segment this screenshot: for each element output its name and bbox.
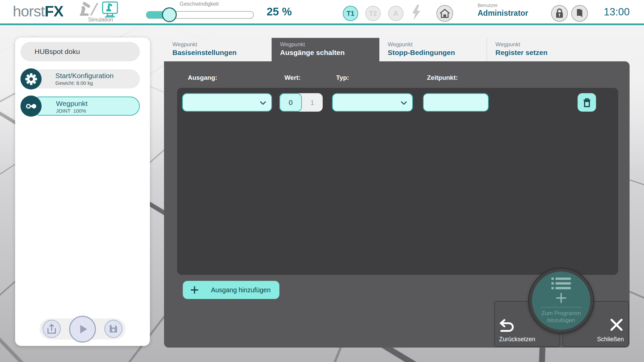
add-to-program-button[interactable]: Zum Programm hinzufügen <box>528 268 594 334</box>
add-to-program-label-line1: Zum Programm <box>541 310 581 317</box>
add-to-program-label-line2: hinzufügen <box>541 317 581 324</box>
tab-label: Stopp-Bedingungen <box>388 49 487 57</box>
sidebar-item-subtitle: JOINT 100% <box>56 108 136 114</box>
chevron-down-icon <box>260 101 266 105</box>
close-icon <box>610 318 623 331</box>
waypoint-tab-bar: Wegpunkt Basiseinstellungen Wegpunkt Aus… <box>164 38 595 61</box>
lock-icon <box>554 8 565 19</box>
export-button[interactable] <box>43 320 61 338</box>
tab-basiseinstellungen[interactable]: Wegpunkt Basiseinstellungen <box>164 38 272 61</box>
wert-option-0[interactable]: 0 <box>279 93 302 112</box>
program-controls <box>40 318 125 340</box>
power-bolt-icon <box>411 4 422 20</box>
program-name[interactable]: HUBspot doku <box>20 42 140 61</box>
sidebar-item-body: Start/Konfiguration Gewicht: 8.00 kg <box>31 69 140 88</box>
add-output-button[interactable]: Ausgang hinzufügen <box>183 281 279 299</box>
user-name: Administrator <box>478 9 528 18</box>
zeitpunkt-input[interactable] <box>423 93 489 112</box>
column-label-typ: Typ: <box>336 74 349 81</box>
sidebar-item-body: Wegpunkt JOINT 100% <box>31 97 140 116</box>
sidebar-item-wegpunkt[interactable]: Wegpunkt JOINT 100% <box>20 96 140 117</box>
sidebar-item-title: Wegpunkt <box>56 100 136 108</box>
user-label: Benutzer <box>478 2 528 8</box>
output-row: 0 1 <box>177 93 618 112</box>
chevron-down-icon <box>401 101 407 105</box>
add-output-label: Ausgang hinzufügen <box>211 286 271 294</box>
ausgang-select[interactable] <box>182 93 272 112</box>
column-label-ausgang: Ausgang: <box>188 74 217 81</box>
plus-icon <box>190 286 199 294</box>
tab-label: Basiseinstellungen <box>172 49 271 57</box>
tab-label: Ausgänge schalten <box>280 49 379 57</box>
sidebar-item-title: Start/Konfiguration <box>55 72 137 80</box>
logo-part2: FX <box>45 3 63 20</box>
speed-slider-thumb[interactable] <box>162 7 177 22</box>
speed-label: Geschwindigkeit <box>167 1 231 7</box>
mode-button-a[interactable]: A <box>388 6 404 21</box>
wert-option-1[interactable]: 1 <box>302 93 323 112</box>
speed-value: 25 % <box>267 5 304 18</box>
book-icon <box>575 8 585 19</box>
play-icon <box>77 323 88 335</box>
home-button[interactable] <box>436 5 453 22</box>
mode-button-t1[interactable]: T1 <box>343 6 358 21</box>
program-sidebar: HUBspot doku Start/Konfiguration <box>15 38 150 346</box>
app-logo: horstFX <box>13 3 63 20</box>
tab-category: Wegpunkt <box>495 41 595 48</box>
user-block[interactable]: Benutzer Administrator <box>478 2 528 18</box>
home-icon <box>439 8 450 18</box>
program-list-icon <box>551 277 571 290</box>
tab-category: Wegpunkt <box>388 41 487 48</box>
tab-label: Register setzen <box>495 49 595 57</box>
typ-select[interactable] <box>332 93 413 112</box>
delete-row-button[interactable] <box>578 93 596 112</box>
wert-toggle: 0 1 <box>279 93 323 112</box>
tab-category: Wegpunkt <box>172 41 271 48</box>
close-label: Schließen <box>597 336 624 343</box>
save-icon <box>108 324 118 334</box>
clock: 13:00 <box>604 6 630 18</box>
reset-label: Zurücksetzen <box>499 336 535 343</box>
speed-slider[interactable] <box>146 11 254 19</box>
logo-part1: horst <box>13 3 45 20</box>
column-label-wert: Wert: <box>284 74 301 81</box>
plus-icon <box>555 292 567 304</box>
export-icon <box>47 323 57 334</box>
gear-icon <box>20 68 42 89</box>
manual-button[interactable] <box>571 5 588 22</box>
output-rows-panel: 0 1 <box>177 88 618 275</box>
save-button[interactable] <box>104 320 122 338</box>
tab-category: Wegpunkt <box>280 41 379 48</box>
add-to-program-inner: Zum Programm hinzufügen <box>532 272 590 330</box>
tab-register-setzen[interactable]: Wegpunkt Register setzen <box>487 38 595 61</box>
trash-icon <box>582 98 592 108</box>
simulation-indicator[interactable]: Simulation <box>77 1 124 23</box>
simulation-robot-icon <box>77 1 124 17</box>
mode-button-t2[interactable]: T2 <box>365 6 381 21</box>
tab-stopp-bedingungen[interactable]: Wegpunkt Stopp-Bedingungen <box>379 38 487 61</box>
lock-button[interactable] <box>551 5 568 22</box>
undo-icon <box>499 318 515 333</box>
column-label-zeitpunkt: Zeitpunkt: <box>427 74 458 81</box>
simulation-label: Simulation <box>77 17 124 23</box>
top-bar: horstFX Simulation Geschwindigkeit <box>0 0 644 25</box>
play-button[interactable] <box>69 316 96 343</box>
divider <box>540 307 582 307</box>
tab-ausgaenge-schalten[interactable]: Wegpunkt Ausgänge schalten <box>272 38 379 61</box>
sidebar-item-start-konfiguration[interactable]: Start/Konfiguration Gewicht: 8.00 kg <box>20 68 140 89</box>
waypoint-icon <box>20 96 42 117</box>
sidebar-item-subtitle: Gewicht: 8.00 kg <box>55 80 137 86</box>
